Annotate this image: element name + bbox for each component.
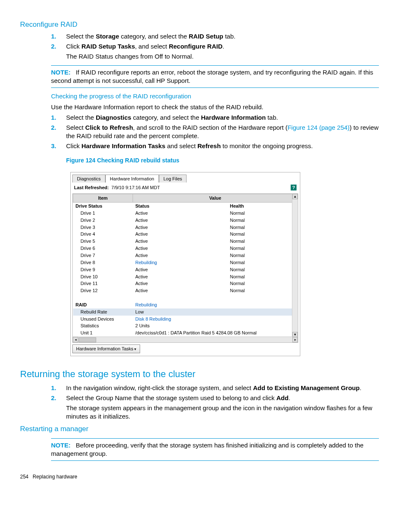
table-row[interactable]: Drive 11ActiveNormal — [73, 280, 298, 287]
scroll-up-icon[interactable]: ▲ — [292, 194, 298, 199]
scroll-right-icon[interactable]: ▸ — [292, 337, 298, 342]
scroll-left-icon[interactable]: ◂ — [73, 337, 78, 342]
table-row — [73, 294, 298, 301]
table-row[interactable]: Rebuild RateLow — [73, 308, 298, 316]
col-value: Value — [133, 194, 298, 203]
step-2: Click RAID Setup Tasks, and select Recon… — [51, 42, 379, 61]
cp-step-1: Select the Diagnostics category, and sel… — [51, 113, 379, 122]
table-row[interactable]: Unused DevicesDisk 8 Rebuilding — [73, 316, 298, 323]
tab-bar: DiagnosticsHardware InformationLog Files — [72, 174, 298, 182]
heading-checking-progress: Checking the progress of the RAID reconf… — [51, 92, 379, 100]
hardware-information-tasks-button[interactable]: Hardware Information Tasks — [72, 344, 140, 353]
drive-status-header: Drive StatusStatusHealth — [73, 203, 298, 210]
col-item: Item — [73, 194, 133, 203]
table-row[interactable]: Drive 2ActiveNormal — [73, 217, 298, 224]
cp-step-2: Select Click to Refresh, and scroll to t… — [51, 123, 379, 141]
page-number: 254 — [20, 474, 28, 480]
ret-step-2-extra: The storage system appears in the manage… — [66, 404, 379, 421]
table-row[interactable]: Drive 6ActiveNormal — [73, 245, 298, 252]
note-reconfigure: NOTE: If RAID reconfigure reports an err… — [51, 65, 379, 88]
scroll-thumb[interactable] — [79, 337, 96, 342]
table-wrap: Item Value Drive StatusStatusHealthDrive… — [72, 193, 298, 343]
chapter-name: Replacing hardware — [33, 474, 77, 480]
table-row[interactable]: Statistics2 Units — [73, 322, 298, 329]
note-restarting: NOTE: Before proceeding, verify that the… — [51, 438, 379, 461]
header-row: Item Value — [73, 194, 298, 203]
table-row[interactable]: Drive 9ActiveNormal — [73, 266, 298, 273]
tab-hardware-information[interactable]: Hardware Information — [105, 175, 159, 183]
heading-returning-storage: Returning the storage system to the clus… — [20, 368, 379, 380]
cp-step-3: Click Hardware Information Tasks and sel… — [51, 142, 379, 150]
table-row[interactable]: Drive 8RebuildingNormal — [73, 259, 298, 266]
ret-step-1: In the navigation window, right-click th… — [51, 384, 379, 392]
tab-diagnostics[interactable]: Diagnostics — [72, 175, 105, 183]
table-row[interactable]: Drive 7ActiveNormal — [73, 252, 298, 259]
table-row[interactable]: Drive 10ActiveNormal — [73, 273, 298, 280]
last-refreshed: ? Last Refreshed: 7/9/10 9:17:16 AM MDT — [74, 185, 297, 191]
hardware-table: Item Value Drive StatusStatusHealthDrive… — [73, 194, 298, 337]
figure-link[interactable]: Figure 124 (page 254) — [287, 124, 349, 131]
help-icon[interactable]: ? — [291, 185, 297, 190]
intro-text: Use the Hardware Information report to c… — [51, 103, 379, 111]
page-footer: 254 Replacing hardware — [20, 473, 379, 480]
step-2-extra: The RAID Status changes from Off to Norm… — [66, 52, 379, 61]
figure-caption: Figure 124 Checking RAID rebuild status — [66, 157, 379, 164]
steps-reconfigure-raid: Select the Storage category, and select … — [51, 32, 379, 61]
table-row[interactable]: Drive 3ActiveNormal — [73, 224, 298, 231]
horizontal-scrollbar[interactable]: ◂ ▸ — [73, 337, 298, 342]
vertical-scrollbar[interactable]: ▲ ▼ — [292, 194, 298, 337]
table-row[interactable]: Drive 4ActiveNormal — [73, 231, 298, 238]
heading-reconfigure-raid: Reconfigure RAID — [20, 20, 379, 30]
steps-checking-progress: Select the Diagnostics category, and sel… — [51, 113, 379, 151]
tab-log-files[interactable]: Log Files — [159, 175, 187, 183]
ret-step-2: Select the Group Name that the storage s… — [51, 394, 379, 421]
hardware-info-panel: DiagnosticsHardware InformationLog Files… — [70, 172, 300, 356]
table-row[interactable]: Drive 5ActiveNormal — [73, 238, 298, 245]
table-row[interactable]: Unit 1/dev/cciss/c0d1 : DATA Partition R… — [73, 329, 298, 337]
step-1: Select the Storage category, and select … — [51, 32, 379, 41]
table-row[interactable]: RAIDRebuilding — [73, 301, 298, 308]
table-row[interactable]: Drive 12ActiveNormal — [73, 287, 298, 294]
table-row[interactable]: Drive 1ActiveNormal — [73, 210, 298, 217]
heading-restarting-manager: Restarting a manager — [20, 424, 379, 434]
steps-returning: In the navigation window, right-click th… — [51, 384, 379, 421]
